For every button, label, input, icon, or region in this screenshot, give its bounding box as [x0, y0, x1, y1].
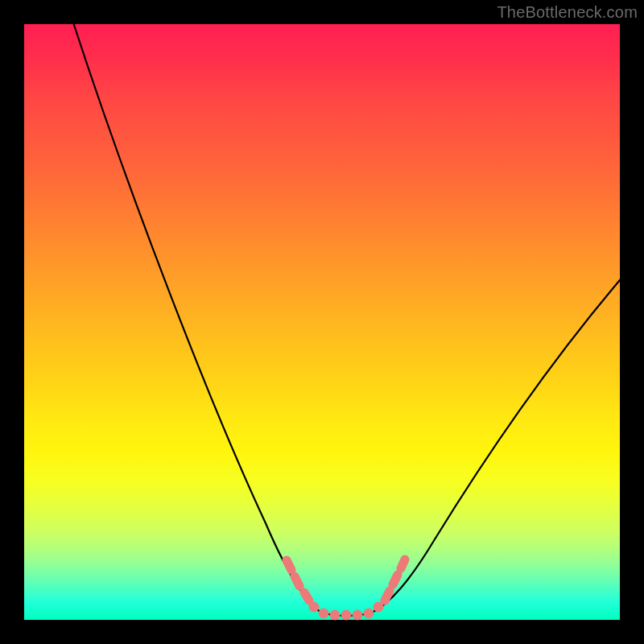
svg-point-6	[341, 610, 351, 620]
outer-frame: TheBottleneck.com	[0, 0, 644, 644]
svg-line-0	[287, 560, 291, 570]
curve-right	[370, 275, 624, 613]
svg-line-1	[295, 576, 299, 586]
svg-point-7	[353, 610, 362, 620]
svg-line-11	[393, 575, 398, 584]
svg-line-12	[401, 559, 405, 568]
curve-left	[72, 20, 324, 613]
watermark-text: TheBottleneck.com	[497, 3, 638, 22]
svg-point-5	[330, 610, 340, 620]
svg-point-4	[319, 609, 328, 618]
svg-point-8	[364, 609, 374, 618]
chart-overlay	[24, 24, 620, 620]
svg-point-3	[309, 602, 319, 612]
svg-line-10	[385, 591, 390, 601]
marker-group	[287, 559, 405, 620]
svg-line-2	[304, 592, 309, 601]
